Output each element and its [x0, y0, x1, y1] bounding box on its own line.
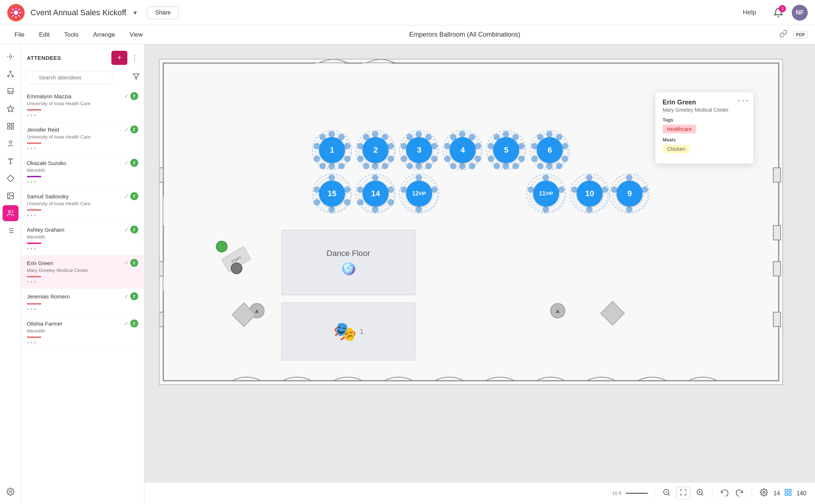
attendee-more[interactable]: • • • [27, 279, 138, 285]
table-number: 3 [406, 137, 432, 163]
tool-ruler[interactable] [3, 170, 19, 186]
table-3[interactable]: 3 [399, 130, 439, 170]
assigned-badge [130, 319, 138, 327]
table-6[interactable]: 6 [530, 130, 570, 170]
table-14[interactable]: 14 [356, 174, 396, 214]
menu-arrange[interactable]: Arrange [86, 25, 122, 44]
attendee-name: Jeremias Romero [27, 293, 70, 299]
tool-person[interactable] [3, 136, 19, 152]
table-15[interactable]: 15 [312, 174, 352, 214]
tool-list[interactable] [3, 223, 19, 239]
tool-people-active[interactable] [3, 205, 19, 221]
popup-more-icon[interactable]: • • • [738, 97, 748, 105]
table-view-button[interactable] [784, 488, 792, 498]
attendee-more[interactable]: • • • [27, 306, 138, 313]
table-12-vip[interactable]: 12VIP [399, 174, 439, 214]
attendee-more[interactable]: • • • [27, 339, 138, 346]
floorplan[interactable]: 1 [159, 59, 783, 385]
svg-rect-18 [11, 127, 13, 129]
table-9[interactable]: 9 [610, 174, 650, 214]
zoom-out-button[interactable] [661, 487, 672, 500]
table-10[interactable]: 10 [570, 174, 610, 214]
list-item[interactable]: Erin Green ✓ Mary Greeley Medical Center… [21, 255, 144, 289]
list-item[interactable]: Jeremias Romero ✓ • • • [21, 289, 144, 316]
dance-floor: Dance Floor 🪩 [281, 230, 415, 295]
layout-settings-button[interactable] [758, 487, 769, 500]
filter-button[interactable] [132, 73, 140, 82]
attendee-popup[interactable]: • • • Erin Green Mary Greeley Medical Ce… [655, 92, 753, 164]
zoom-in-button[interactable] [695, 487, 705, 500]
svg-rect-17 [7, 127, 9, 129]
more-options-button[interactable]: ⋮ [131, 54, 138, 62]
svg-point-21 [9, 194, 10, 195]
attendee-more[interactable]: • • • [27, 245, 138, 252]
attendee-icons: ✓ [124, 125, 138, 133]
room-title: Emperors Ballroom (All Combinations) [150, 31, 779, 38]
table-4[interactable]: 4 [443, 130, 483, 170]
menu-view[interactable]: View [122, 25, 150, 44]
list-item[interactable]: Olishia Farmer ✓ Meredith • • • [21, 316, 144, 349]
list-item[interactable]: Jennifer Reid ✓ University of Iowa Healt… [21, 122, 144, 155]
svg-rect-60 [789, 489, 791, 492]
tool-network[interactable] [3, 66, 19, 82]
table-number: 5 [493, 137, 519, 163]
pdf-icon[interactable]: PDF [793, 31, 808, 38]
table-1[interactable]: 1 [312, 130, 352, 170]
attendees-list: Emmalynn Mazzia ✓ University of Iowa Hea… [21, 88, 144, 504]
menu-edit[interactable]: Edit [32, 25, 57, 44]
svg-rect-48 [160, 168, 163, 182]
add-attendee-button[interactable]: + [111, 51, 127, 65]
attendee-more[interactable]: • • • [27, 112, 138, 119]
list-item[interactable]: Emmalynn Mazzia ✓ University of Iowa Hea… [21, 88, 144, 122]
list-item[interactable]: Okazaki Suzuko ✓ Meredith • • • [21, 155, 144, 189]
search-input[interactable] [25, 71, 113, 84]
tool-settings[interactable] [3, 484, 19, 500]
avatar[interactable]: NF [792, 5, 808, 21]
tool-image[interactable] [3, 188, 19, 204]
notifications-button[interactable]: 3 [771, 5, 786, 20]
zoom-fit-button[interactable] [676, 487, 690, 500]
popup-tag-healthcare[interactable]: Healthcare [663, 125, 696, 133]
undo-button[interactable] [719, 487, 730, 500]
scale-ruler [626, 493, 648, 494]
link-icon[interactable] [779, 30, 787, 40]
tool-cursor[interactable] [3, 49, 19, 65]
person-marker [216, 241, 228, 252]
attendee-name: Okazaki Suzuko [27, 160, 66, 166]
svg-rect-47 [773, 312, 781, 327]
help-link[interactable]: Help [743, 9, 756, 16]
svg-rect-45 [773, 226, 781, 240]
svg-point-29 [9, 491, 12, 493]
stage-area: 🎭 1 [281, 302, 415, 360]
attendee-more[interactable]: • • • [27, 212, 138, 219]
list-item[interactable]: Ashley Graham ✓ Meredith • • • [21, 222, 144, 255]
attendee-bar [27, 109, 41, 111]
menu-tools[interactable]: Tools [57, 25, 86, 44]
logo-icon [7, 4, 25, 21]
attendee-icons: ✓ [124, 92, 138, 100]
table-5[interactable]: 5 [486, 130, 526, 170]
tool-text[interactable] [3, 153, 19, 169]
svg-marker-30 [133, 74, 139, 79]
table-2[interactable]: 2 [356, 130, 396, 170]
tool-star[interactable] [3, 101, 19, 117]
tool-chair[interactable] [3, 83, 19, 99]
attendee-bar [27, 243, 41, 244]
redo-button[interactable] [734, 487, 745, 500]
table-11-vip[interactable]: 11VIP [526, 174, 566, 214]
popup-attendee-org: Mary Greeley Medical Center [663, 107, 746, 113]
attendee-name: Samuil Sadovsky [27, 193, 69, 199]
svg-point-37 [134, 295, 135, 296]
table-number: 15 [319, 181, 345, 207]
attendee-more[interactable]: • • • [27, 179, 138, 185]
share-button[interactable]: Share [147, 6, 179, 19]
title-dropdown-arrow[interactable]: ▾ [134, 9, 137, 17]
attendee-more[interactable]: • • • [27, 145, 138, 152]
popup-meal-chicken[interactable]: Chicken [663, 145, 690, 153]
list-item[interactable]: Samuil Sadovsky ✓ University of Iowa Hea… [21, 189, 144, 222]
left-toolbar [0, 44, 21, 504]
attendee-bar [27, 142, 41, 144]
tool-grid[interactable] [3, 118, 19, 134]
menu-file[interactable]: File [7, 25, 32, 44]
canvas-area[interactable]: 1 [144, 44, 815, 504]
